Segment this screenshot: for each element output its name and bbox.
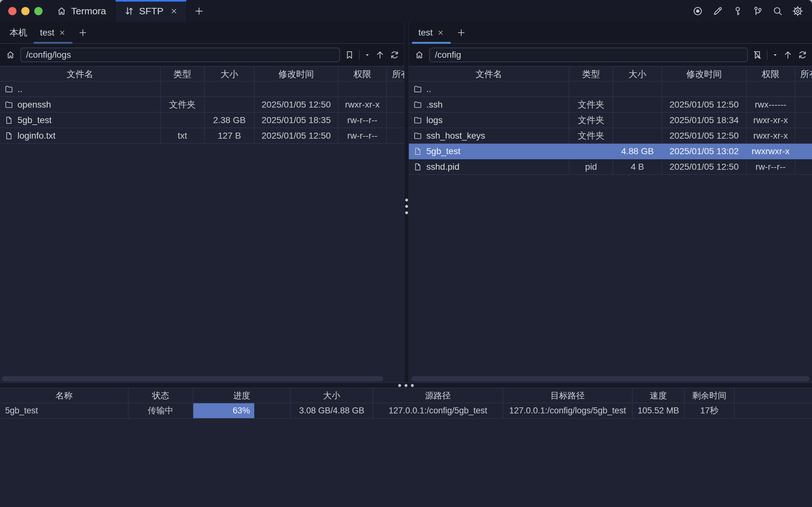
file-icon [4,116,13,125]
file-name: 5gb_test [17,113,51,127]
tab-local[interactable]: 本机 [3,22,34,43]
keychain-icon[interactable] [751,4,764,18]
tab-test-left[interactable]: test [34,22,72,43]
close-tab-icon[interactable] [170,7,178,15]
transfer-progress-cell: 63% [193,403,291,419]
folder-icon [413,131,422,140]
file-icon [4,131,13,140]
bookmark-icon[interactable] [344,50,355,60]
file-owner [387,81,404,97]
zoom-window-button[interactable] [34,7,43,15]
table-row[interactable]: 5gb_test 2.38 GB 2025/01/05 18:35 rw-r--… [0,113,404,128]
file-permissions: rwxr-xr-x [747,128,795,144]
transfer-size: 3.08 GB/4.88 GB [291,403,373,419]
column-header-owner[interactable]: 所有者 [795,66,812,81]
dropdown-caret-icon[interactable] [364,52,370,58]
file-size [205,81,255,97]
tab-label: test [418,27,433,38]
new-connection-button[interactable] [72,22,93,43]
titlebar: Termora SFTP [0,0,812,22]
table-row[interactable]: loginfo.txt txt 127 B 2025/01/05 12:50 r… [0,128,404,144]
close-tab-icon[interactable] [437,29,444,37]
divider [359,50,360,60]
close-tab-icon[interactable] [58,29,66,37]
record-icon[interactable] [691,4,704,18]
home-icon[interactable] [415,50,424,60]
file-size [613,97,662,113]
left-pane-tabstrip: 本机 test [0,22,404,44]
column-header-target: 目标路径 [503,388,633,403]
tab-label: 本机 [9,26,27,39]
column-header-size[interactable]: 大小 [613,66,662,81]
new-tab-button[interactable] [187,0,211,22]
file-name: ssh_host_keys [426,128,485,143]
file-permissions [747,81,795,97]
new-connection-button[interactable] [451,22,472,43]
home-icon[interactable] [6,50,15,60]
horizontal-scrollbar[interactable] [412,376,809,381]
column-header-permissions[interactable]: 权限 [747,66,795,81]
table-row-selected[interactable]: 5gb_test 4.88 GB 2025/01/05 13:02 rwxrwx… [409,144,812,159]
file-modified: 2025/01/05 12:50 [255,128,338,144]
column-header-modified[interactable]: 修改时间 [255,66,338,81]
refresh-icon[interactable] [389,50,400,60]
table-header: 文件名 类型 大小 修改时间 权限 所有者 [0,66,404,81]
file-type [161,113,205,128]
column-header-modified[interactable]: 修改时间 [662,66,747,81]
close-window-button[interactable] [8,7,16,15]
pane-splitter-horizontal[interactable] [0,382,812,388]
path-input[interactable] [429,48,748,62]
file-size [613,128,662,144]
folder-icon [413,100,422,109]
tab-sftp[interactable]: SFTP [115,0,187,22]
refresh-icon[interactable] [797,50,808,60]
table-header: 文件名 类型 大小 修改时间 权限 所有者 [409,66,812,81]
horizontal-scrollbar[interactable] [2,376,383,381]
table-row[interactable]: openssh 文件夹 2025/01/05 12:50 rwxr-xr-x [0,97,404,113]
column-header-type[interactable]: 类型 [161,66,205,81]
column-header-type[interactable]: 类型 [570,66,613,81]
file-permissions: rwxr-xr-x [747,113,795,128]
transfer-filler [735,403,812,419]
file-size: 4 B [613,159,662,175]
column-header-name[interactable]: 文件名 [409,66,570,81]
column-header-owner[interactable]: 所有者 [387,66,404,81]
key-icon[interactable] [731,4,744,18]
file-size: 2.38 GB [205,113,255,128]
home-tab[interactable]: Termora [49,0,115,22]
file-owner [387,113,404,128]
file-type: 文件夹 [570,128,613,144]
column-header-size[interactable]: 大小 [205,66,255,81]
table-row[interactable]: ssh_host_keys 文件夹 2025/01/05 12:50 rwxr-… [409,128,812,144]
remote-pane: test [409,22,812,382]
dropdown-caret-icon[interactable] [772,52,778,58]
file-type: 文件夹 [570,97,613,113]
settings-icon[interactable] [791,4,804,18]
table-row[interactable]: .. [409,81,812,97]
file-permissions: rw-r--r-- [338,128,387,144]
folder-icon [4,85,13,94]
transfer-row[interactable]: 5gb_test 传输中 63% 3.08 GB/4.88 GB 127.0.0… [0,403,812,419]
table-row[interactable]: sshd.pid pid 4 B 2025/01/05 12:50 rw-r--… [409,159,812,175]
arrow-up-icon[interactable] [375,50,385,60]
file-type: 文件夹 [570,113,613,128]
column-header-remaining: 剩余时间 [685,388,735,403]
file-size [613,113,662,128]
path-input[interactable] [20,48,340,62]
edit-icon[interactable] [711,4,724,18]
file-type [161,81,205,97]
bookmark-off-icon[interactable] [752,50,762,60]
pane-splitter-vertical[interactable] [404,22,409,382]
file-name: openssh [17,97,51,112]
table-row[interactable]: logs 文件夹 2025/01/05 18:34 rwxr-xr-x [409,113,812,128]
file-owner [795,81,812,97]
file-size [613,81,662,97]
minimize-window-button[interactable] [21,7,30,15]
arrow-up-icon[interactable] [783,50,793,60]
column-header-name[interactable]: 文件名 [0,66,161,81]
search-icon[interactable] [771,4,784,18]
tab-test-right[interactable]: test [412,22,451,43]
column-header-permissions[interactable]: 权限 [338,66,387,81]
table-row[interactable]: .ssh 文件夹 2025/01/05 12:50 rwx------ [409,97,812,113]
table-row[interactable]: .. [0,81,404,97]
